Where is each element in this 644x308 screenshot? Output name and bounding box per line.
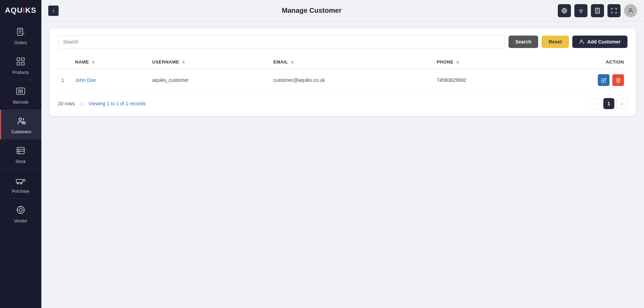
orders-label: Orders	[14, 40, 27, 45]
header: ‹ Manage Customer	[41, 0, 644, 21]
purchase-icon	[16, 175, 26, 187]
customers-label: Customers	[11, 129, 31, 134]
target-icon-button[interactable]	[558, 4, 571, 17]
svg-rect-1	[17, 58, 20, 61]
svg-point-15	[563, 10, 565, 12]
vendor-label: Vendor	[14, 219, 27, 223]
content-card: Search Reset Add Customer	[50, 28, 636, 116]
search-button[interactable]: Search	[509, 36, 539, 48]
reset-button[interactable]: Reset	[542, 36, 568, 48]
col-header-phone: PHONE ⇅	[433, 55, 535, 69]
svg-point-23	[581, 40, 582, 42]
sidebar-item-products[interactable]: Products	[0, 50, 41, 80]
delete-icon	[616, 78, 621, 83]
search-input[interactable]	[58, 35, 505, 48]
user-avatar-icon	[627, 7, 634, 14]
rows-diamond: ◇	[80, 100, 84, 107]
table-row: 1 John Doe aquiks_customer customer@aqui…	[58, 69, 627, 91]
col-header-email: EMAIL ⇅	[270, 55, 433, 69]
sidebar: AQUIKS Orders Produ	[0, 0, 41, 308]
page-title: Manage Customer	[66, 7, 558, 15]
sidebar-item-purchase[interactable]: Purchase	[0, 169, 41, 199]
svg-rect-9	[16, 180, 23, 183]
next-page-button[interactable]: ›	[616, 98, 627, 109]
cell-username: aquiks_customer	[149, 69, 270, 91]
cell-action	[535, 69, 627, 91]
cell-phone: 74560829992	[433, 69, 535, 91]
edit-icon	[601, 78, 606, 83]
expand-icon-button[interactable]	[607, 4, 621, 17]
add-customer-icon	[579, 39, 585, 45]
edit-button[interactable]	[598, 74, 610, 86]
svg-rect-2	[21, 58, 24, 61]
svg-point-13	[19, 208, 22, 211]
cell-name: John Doe	[72, 69, 149, 91]
col-header-username: USERNAME ⇅	[149, 55, 270, 69]
svg-rect-3	[17, 62, 20, 65]
col-header-action: ACTION	[535, 55, 627, 69]
email-sort-icon[interactable]: ⇅	[291, 60, 294, 64]
name-sort-icon[interactable]: ⇅	[92, 60, 95, 64]
svg-point-6	[19, 118, 21, 121]
collapse-button[interactable]: ‹	[48, 6, 59, 16]
sidebar-item-vendor[interactable]: Vendor	[0, 199, 41, 229]
main-area: ‹ Manage Customer	[41, 0, 644, 308]
svg-rect-4	[21, 62, 24, 65]
content-area: Search Reset Add Customer	[41, 21, 644, 308]
sidebar-item-orders[interactable]: Orders	[0, 21, 41, 50]
logo-text: AQUIKS	[5, 6, 37, 15]
svg-point-10	[17, 183, 19, 184]
header-icons	[558, 4, 637, 17]
svg-rect-5	[17, 88, 24, 95]
viewing-text: Viewing 1 to 1 of 1 records	[89, 101, 146, 106]
sidebar-nav: Orders Products Barcode	[0, 21, 41, 308]
add-customer-button[interactable]: Add Customer	[572, 36, 627, 48]
prev-page-button[interactable]: ‹	[590, 98, 601, 109]
col-header-num	[58, 55, 72, 69]
svg-rect-8	[17, 147, 24, 154]
svg-point-22	[630, 8, 632, 11]
svg-point-11	[20, 183, 21, 184]
barcode-label: Barcode	[13, 100, 29, 105]
barcode-icon	[16, 86, 26, 98]
customers-table: NAME ⇅ USERNAME ⇅ EMAIL ⇅ PHONE	[58, 55, 627, 91]
search-row: Search Reset Add Customer	[58, 35, 627, 48]
purchase-label: Purchase	[12, 189, 30, 194]
customers-icon	[17, 116, 26, 128]
delete-button[interactable]	[612, 74, 624, 86]
orders-icon	[16, 27, 26, 39]
phone-sort-icon[interactable]: ⇅	[456, 60, 459, 64]
username-sort-icon[interactable]: ⇅	[182, 60, 185, 64]
pagination-controls: ‹ 1 ›	[590, 98, 627, 109]
rows-label: 20 rows	[58, 101, 75, 106]
target-icon	[561, 8, 567, 14]
products-label: Products	[12, 70, 29, 75]
wifi-icon	[578, 8, 584, 14]
stock-icon	[16, 146, 26, 158]
calculator-icon	[594, 8, 601, 14]
sidebar-item-barcode[interactable]: Barcode	[0, 80, 41, 110]
wifi-icon-button[interactable]	[574, 4, 587, 17]
vendor-icon	[16, 205, 26, 217]
products-icon	[16, 57, 26, 69]
page-1-button[interactable]: 1	[603, 98, 614, 109]
sidebar-item-customers[interactable]: Customers	[0, 110, 41, 139]
svg-point-20	[581, 12, 581, 13]
cell-email: customer@aquiks.co.uk	[270, 69, 433, 91]
expand-icon	[611, 8, 617, 14]
logo: AQUIKS	[0, 0, 41, 21]
calculator-icon-button[interactable]	[591, 4, 604, 17]
sidebar-item-stock[interactable]: Stock	[0, 139, 41, 169]
svg-rect-0	[18, 28, 23, 36]
col-header-name: NAME ⇅	[72, 55, 149, 69]
table-header-row: NAME ⇅ USERNAME ⇅ EMAIL ⇅ PHONE	[58, 55, 627, 69]
pagination-row: 20 rows ◇ Viewing 1 to 1 of 1 records ‹ …	[58, 98, 627, 109]
stock-label: Stock	[16, 159, 26, 164]
cell-num: 1	[58, 69, 72, 91]
user-avatar-button[interactable]	[624, 4, 637, 17]
